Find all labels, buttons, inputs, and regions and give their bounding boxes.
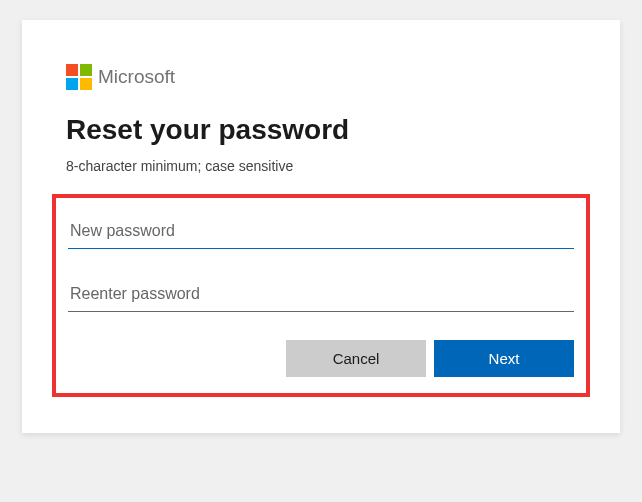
new-password-input[interactable] [68,214,574,249]
brand-name: Microsoft [98,66,175,88]
microsoft-logo-icon [66,64,92,90]
page-title: Reset your password [66,114,576,146]
password-hint: 8-character minimum; case sensitive [66,158,576,174]
next-button[interactable]: Next [434,340,574,377]
button-row: Cancel Next [68,340,574,377]
brand-row: Microsoft [66,64,576,90]
reenter-password-input[interactable] [68,277,574,312]
cancel-button[interactable]: Cancel [286,340,426,377]
form-highlight-box: Cancel Next [52,194,590,397]
new-password-field-wrapper [68,214,574,249]
reset-password-card: Microsoft Reset your password 8-characte… [22,20,620,433]
reenter-password-field-wrapper [68,277,574,312]
